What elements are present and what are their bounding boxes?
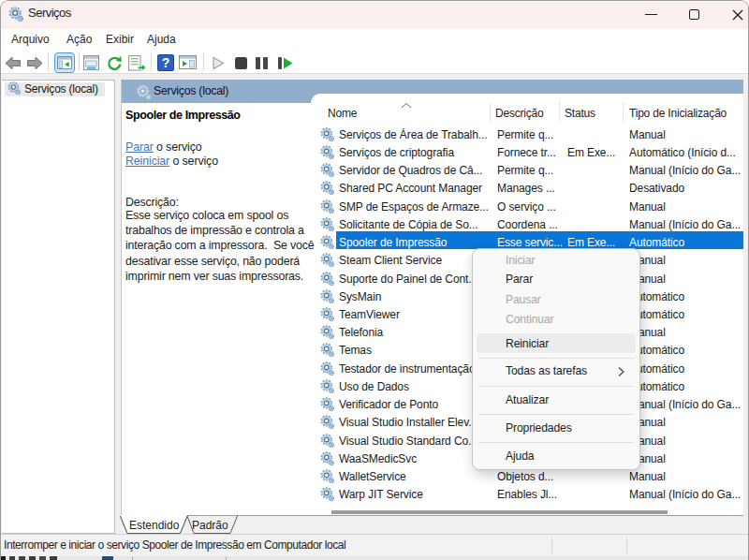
svg-text:?: ?: [162, 55, 170, 70]
